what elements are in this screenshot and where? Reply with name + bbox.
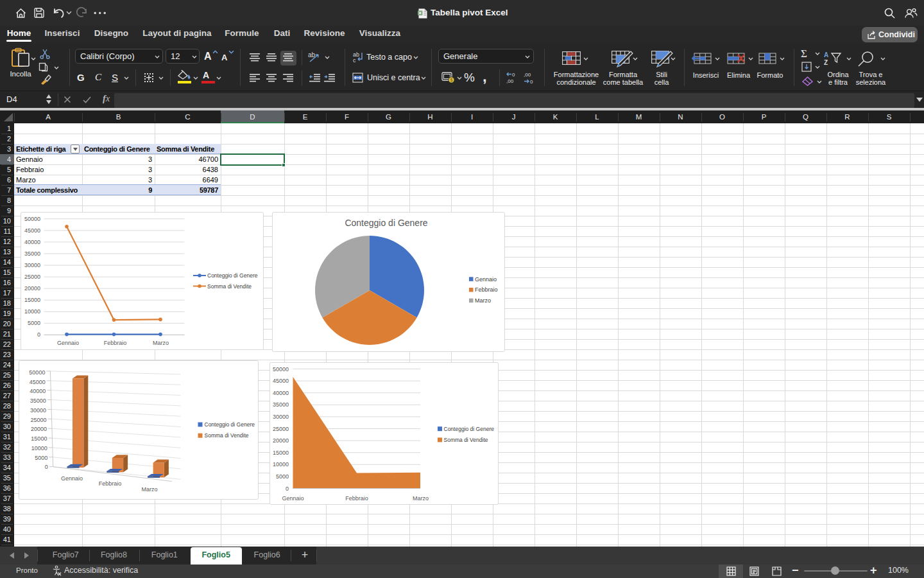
svg-text:0: 0 bbox=[512, 72, 515, 78]
svg-text:35000: 35000 bbox=[273, 401, 289, 408]
svg-text:0: 0 bbox=[37, 331, 40, 338]
svg-text:40000: 40000 bbox=[30, 388, 46, 394]
svg-text:Gennaio: Gennaio bbox=[282, 495, 304, 502]
svg-text:Conteggio di Genere: Conteggio di Genere bbox=[444, 426, 495, 432]
svg-text:Somma di Vendite: Somma di Vendite bbox=[207, 283, 252, 290]
svg-text:40000: 40000 bbox=[24, 239, 40, 245]
svg-text:25000: 25000 bbox=[30, 417, 46, 423]
svg-text:35000: 35000 bbox=[30, 398, 46, 404]
svg-text:0: 0 bbox=[530, 79, 533, 84]
svg-text:Conteggio di Genere: Conteggio di Genere bbox=[205, 421, 255, 428]
svg-text:15000: 15000 bbox=[31, 435, 47, 442]
svg-text:Conteggio di Genere: Conteggio di Genere bbox=[207, 272, 258, 279]
svg-text:Marzo: Marzo bbox=[153, 340, 169, 346]
svg-text:Febbraio: Febbraio bbox=[475, 286, 498, 293]
svg-text:30000: 30000 bbox=[24, 262, 40, 268]
svg-text:50000: 50000 bbox=[24, 216, 40, 222]
svg-text:0: 0 bbox=[286, 486, 289, 492]
svg-text:15000: 15000 bbox=[24, 297, 40, 303]
svg-text:Marzo: Marzo bbox=[475, 297, 491, 304]
svg-text:20000: 20000 bbox=[31, 426, 47, 432]
svg-text:0: 0 bbox=[45, 464, 48, 470]
svg-text:45000: 45000 bbox=[24, 227, 40, 234]
svg-text:30000: 30000 bbox=[30, 407, 46, 414]
svg-text:45000: 45000 bbox=[30, 379, 46, 385]
svg-text:Marzo: Marzo bbox=[141, 486, 157, 493]
svg-text:Conteggio di Genere: Conteggio di Genere bbox=[345, 218, 427, 228]
svg-text:35000: 35000 bbox=[24, 250, 40, 257]
svg-text:20000: 20000 bbox=[273, 437, 289, 444]
svg-text:30000: 30000 bbox=[273, 414, 289, 420]
svg-text:Somma di Vendite: Somma di Vendite bbox=[444, 437, 488, 443]
svg-text:25000: 25000 bbox=[24, 274, 40, 280]
svg-text:A: A bbox=[824, 51, 828, 58]
svg-text:40000: 40000 bbox=[273, 390, 289, 396]
svg-text:Gennaio: Gennaio bbox=[61, 475, 83, 482]
svg-text:20000: 20000 bbox=[24, 285, 40, 292]
svg-text:15000: 15000 bbox=[273, 450, 289, 456]
svg-text:5000: 5000 bbox=[35, 455, 47, 461]
svg-text:5000: 5000 bbox=[276, 473, 289, 480]
svg-text:Z: Z bbox=[824, 59, 828, 66]
svg-text:Somma di Vendite: Somma di Vendite bbox=[205, 432, 249, 439]
svg-text:10000: 10000 bbox=[24, 308, 40, 315]
svg-text:50000: 50000 bbox=[29, 369, 45, 376]
svg-text:Marzo: Marzo bbox=[413, 495, 429, 502]
svg-text:Febbraio: Febbraio bbox=[345, 495, 368, 502]
svg-text:5000: 5000 bbox=[28, 320, 40, 326]
svg-text:,00: ,00 bbox=[506, 78, 514, 84]
svg-text:Gennaio: Gennaio bbox=[475, 276, 497, 283]
svg-text:Gennaio: Gennaio bbox=[57, 340, 79, 346]
svg-text:25000: 25000 bbox=[273, 426, 289, 432]
svg-text:45000: 45000 bbox=[273, 378, 289, 384]
svg-text:Febbraio: Febbraio bbox=[104, 340, 127, 346]
svg-text:Febbraio: Febbraio bbox=[99, 480, 122, 487]
svg-text:10000: 10000 bbox=[273, 461, 289, 468]
svg-text:,00: ,00 bbox=[524, 72, 531, 78]
svg-text:50000: 50000 bbox=[273, 366, 289, 372]
svg-text:10000: 10000 bbox=[31, 445, 47, 451]
svg-text:c: c bbox=[353, 57, 356, 63]
